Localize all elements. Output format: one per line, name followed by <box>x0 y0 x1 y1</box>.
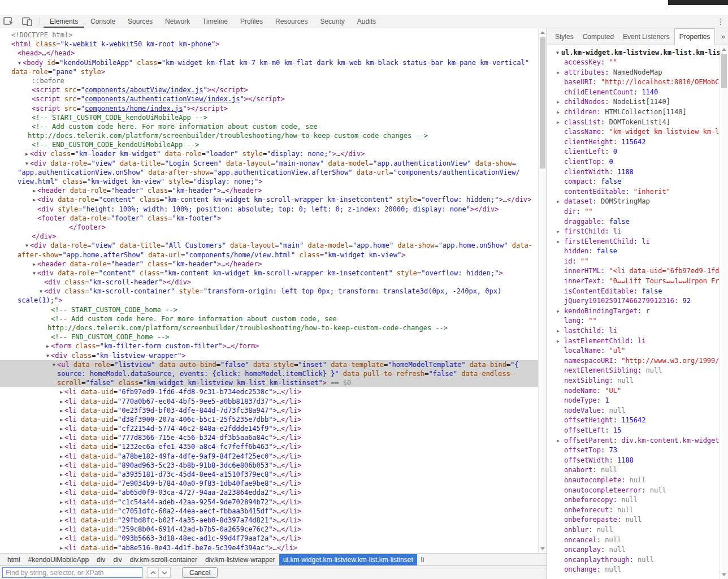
dom-tree-node[interactable]: ▶<li data-uid="a78be182-49fa-4dfe-9af9-8… <box>0 452 547 461</box>
expand-arrow-icon[interactable]: ▶ <box>58 461 64 470</box>
tab-network[interactable]: Network <box>159 15 196 28</box>
expand-arrow-icon[interactable]: ▶ <box>58 416 64 425</box>
inspect-element-icon[interactable] <box>0 15 18 28</box>
expand-arrow-icon[interactable]: ▶ <box>58 507 64 516</box>
expand-arrow-icon[interactable]: ▶ <box>557 118 560 128</box>
expand-arrow-icon[interactable]: ▶ <box>58 498 64 507</box>
collapse-arrow-icon[interactable]: ▼ <box>51 361 57 370</box>
dom-tree-node[interactable]: data-role="pane" style> <box>0 67 547 76</box>
dom-tree-node[interactable]: source: homeModel.dataSource, events: {c… <box>0 369 547 378</box>
dom-tree-node[interactable]: ▼<ul data-role="listview" data-auto-bind… <box>0 360 547 369</box>
property-row[interactable]: ▶childNodes: NodeList[1140] <box>547 97 728 107</box>
dom-tree-node[interactable]: <script src="components/home/index.js"><… <box>0 104 547 113</box>
expand-arrow-icon[interactable]: ▶ <box>557 436 560 446</box>
expand-arrow-icon[interactable]: ▶ <box>58 443 64 452</box>
dom-tree-node[interactable]: <div class="km-scroll-header"></div> <box>0 278 547 287</box>
sidebar-tab-event-listeners[interactable]: Event Listeners <box>618 28 674 45</box>
expand-arrow-icon[interactable]: ▶ <box>58 397 64 407</box>
elements-scrollbar[interactable] <box>538 28 547 553</box>
sidebar-tab-styles[interactable]: Styles <box>551 28 578 45</box>
expand-arrow-icon[interactable]: ▶ <box>58 452 64 461</box>
expand-arrow-icon[interactable]: ▶ <box>557 237 560 247</box>
breadcrumb-item[interactable]: html <box>3 554 24 565</box>
collapse-arrow-icon[interactable]: ▼ <box>16 59 23 68</box>
dom-tree-node[interactable]: <!-- END_CUSTOM_CODE_home --> <box>0 332 547 342</box>
dom-tree-node[interactable]: ▶<li data-uid="d38f3900-207a-406c-b5c1-2… <box>0 415 547 424</box>
breadcrumb-item[interactable]: #kendoUiMobileApp <box>24 554 93 565</box>
dom-tree-node[interactable]: <!-- START_CUSTOM_CODE_home --> <box>0 305 547 314</box>
expand-arrow-icon[interactable]: ▶ <box>58 434 64 443</box>
collapse-arrow-icon[interactable]: ▼ <box>31 269 37 278</box>
cancel-button[interactable]: Cancel <box>182 567 218 578</box>
expand-arrow-icon[interactable]: ▶ <box>58 544 64 553</box>
dom-tree-node[interactable]: <!DOCTYPE html> <box>0 31 547 40</box>
expand-arrow-icon[interactable]: ▶ <box>58 534 64 543</box>
find-next-button[interactable] <box>159 567 171 578</box>
expand-arrow-icon[interactable]: ▶ <box>58 525 64 534</box>
dom-tree-node[interactable]: <!-- END_CUSTOM_CODE_kendoUiMobileApp --… <box>0 140 547 149</box>
device-toolbar-icon[interactable] <box>18 15 36 28</box>
dom-tree-node[interactable]: <html class="k-webkit k-webkit50 km-root… <box>0 40 547 49</box>
dom-tree-node[interactable]: ▼<div class="km-scroll-container" style=… <box>0 287 547 296</box>
property-row[interactable]: ▶lastChild: li <box>547 326 728 336</box>
expand-arrow-icon[interactable]: ▶ <box>557 107 560 118</box>
tab-timeline[interactable]: Timeline <box>196 15 234 28</box>
tab-sources[interactable]: Sources <box>122 15 159 28</box>
dom-tree-node[interactable]: ▶<li data-uid="890ad963-5c23-4b8b-91b8-3… <box>0 461 547 470</box>
tab-profiles[interactable]: Profiles <box>234 15 269 28</box>
dom-tree-node[interactable]: </div> <box>0 232 547 241</box>
property-row[interactable]: ▶offsetParent: div.km-content.km-widget <box>547 436 728 446</box>
dom-tree-node[interactable]: <!-- START_CUSTOM_CODE_kendoUiMobileApp … <box>0 113 547 122</box>
dom-tree-node[interactable]: ▶<li data-uid="7e9034b9-b784-40a0-9f83-1… <box>0 479 547 488</box>
expand-arrow-icon[interactable]: ▶ <box>58 388 64 397</box>
collapse-arrow-icon[interactable]: ▼ <box>556 50 559 55</box>
scrollbar-thumb[interactable] <box>540 37 545 168</box>
dom-tree-node[interactable]: ::before <box>0 76 547 85</box>
tab-resources[interactable]: Resources <box>269 15 314 28</box>
expand-arrow-icon[interactable]: ▶ <box>58 489 64 498</box>
expand-arrow-icon[interactable]: ▶ <box>58 470 64 479</box>
breadcrumb-item[interactable]: div <box>109 554 125 565</box>
collapse-arrow-icon[interactable]: ▼ <box>38 287 44 296</box>
dom-tree-node[interactable]: view.html" class="km-widget km-view" sty… <box>0 177 547 186</box>
dom-tree-node[interactable]: ▶<li data-uid="0e23f39d-bf03-4dfe-844d-7… <box>0 406 547 415</box>
expand-arrow-icon[interactable]: ▶ <box>58 425 64 434</box>
dom-tree-node[interactable]: ▶<li data-uid="777d8366-715e-4c56-b324-d… <box>0 433 547 442</box>
property-row[interactable]: ▶lastElementChild: li <box>547 336 728 347</box>
collapse-arrow-icon[interactable]: ▼ <box>45 352 51 361</box>
dom-tree-node[interactable]: http://docs.telerik.com/platform/screenb… <box>0 323 547 332</box>
dom-tree-node[interactable]: ▼<div data-role="view" data-title="All C… <box>0 241 547 250</box>
dom-tree-node[interactable]: ▶<li data-uid="c7051dfc-60a2-44ea-aecf-f… <box>0 507 547 516</box>
dom-tree-node[interactable]: ▶<li data-uid="6fb97ed9-1fd6-4fd8-9c31-b… <box>0 387 547 396</box>
expand-arrow-icon[interactable]: ▶ <box>557 326 560 336</box>
find-input[interactable] <box>2 567 142 578</box>
tab-elements[interactable]: Elements <box>44 15 84 28</box>
scrollbar-thumb[interactable] <box>721 54 727 88</box>
dom-tree-node[interactable]: ▶<li data-uid="770a0b67-ec04-4bf5-9ee5-a… <box>0 397 547 406</box>
scroll-up-icon[interactable] <box>539 28 547 37</box>
tab-security[interactable]: Security <box>314 15 350 28</box>
collapse-arrow-icon[interactable]: ▼ <box>24 159 30 168</box>
breadcrumb-item[interactable]: div.km-listview-wrapper <box>201 554 279 565</box>
breadcrumb-item[interactable]: div <box>93 554 109 565</box>
scroll-up-icon[interactable] <box>720 45 728 54</box>
more-options-icon[interactable]: ⋮ <box>713 15 728 28</box>
dom-tree-node[interactable]: ▶<li data-uid="093b5663-3d18-48ec-ad1c-9… <box>0 534 547 543</box>
dom-tree-node[interactable]: ▶<form class="km-filter-form custom-filt… <box>0 342 547 351</box>
property-row[interactable]: ▶firstChild: li <box>547 227 728 237</box>
expand-arrow-icon[interactable]: ▶ <box>557 306 560 317</box>
dom-tree-node[interactable]: scroll="false" class="km-widget km-listv… <box>0 378 547 387</box>
dom-tree-node[interactable]: scale(1);"> <box>0 296 547 305</box>
dom-tree-node[interactable]: ▶<li data-uid="a3935181-d73c-45d4-8ee4-a… <box>0 470 547 479</box>
dom-tree-node[interactable]: ▶<header data-role="header" class="km-he… <box>0 186 547 195</box>
breadcrumb-item-selected[interactable]: ul.km-widget.km-listview.km-list.km-list… <box>279 554 417 565</box>
dom-tree-node[interactable]: <footer data-role="footer" class="km-foo… <box>0 214 547 223</box>
overflow-tabs-icon[interactable]: » <box>718 28 728 45</box>
dom-tree-node[interactable]: <!-- Add custom code here. For more info… <box>0 122 547 131</box>
sidebar-tab-properties[interactable]: Properties <box>674 28 716 45</box>
expand-arrow-icon[interactable]: ▶ <box>58 479 64 489</box>
dom-tree-node[interactable]: ▶<li data-uid="cf22154d-5774-46c2-848a-e… <box>0 424 547 433</box>
property-row[interactable]: ▶firstElementChild: li <box>547 237 728 247</box>
dom-tree-node[interactable]: ▶<div class="km-loader km-widget" data-r… <box>0 149 547 158</box>
dom-tree-node[interactable]: ▼<div data-role="view" data-title="Login… <box>0 159 547 168</box>
